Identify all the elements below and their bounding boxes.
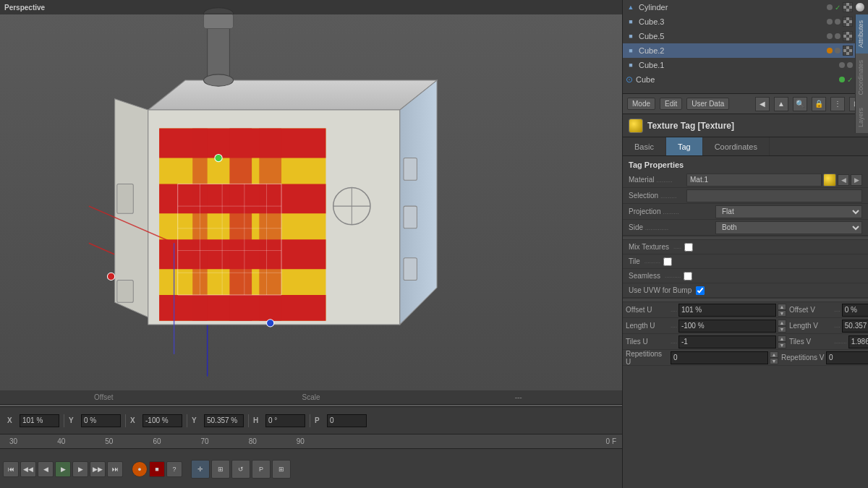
repetitions-u-input[interactable] xyxy=(671,351,768,364)
length-u-down[interactable]: ▼ xyxy=(778,326,786,333)
length-u-input[interactable] xyxy=(678,320,776,333)
help-btn[interactable]: ? xyxy=(166,461,182,477)
object-item-cube5[interactable]: ■ Cube.5 xyxy=(623,29,868,43)
texture-tag-header: Texture Tag [Texture] xyxy=(623,114,868,137)
grid-btn[interactable]: ⊞ xyxy=(272,460,291,479)
tiles-u-col: Tiles U .... ▲ ▼ xyxy=(626,335,786,348)
offset-v-input[interactable] xyxy=(842,304,868,317)
h-input[interactable] xyxy=(265,414,305,427)
arrow-up-btn[interactable]: ▲ xyxy=(774,97,788,111)
play-btn[interactable]: ▶ xyxy=(55,461,71,477)
length-u-up[interactable]: ▲ xyxy=(778,320,786,326)
object-item-cube3[interactable]: ■ Cube.3 xyxy=(623,14,868,29)
step-fwd-btn[interactable]: ▶ xyxy=(72,461,88,477)
timeline-ruler: 30 40 50 60 70 80 90 0 F xyxy=(0,435,622,449)
seamless-check[interactable] xyxy=(684,272,692,281)
repetitions-v-input[interactable] xyxy=(826,351,868,364)
material-label: Material ......... xyxy=(629,176,686,184)
object-item-cube1[interactable]: ■ Cube.1 xyxy=(623,58,868,72)
arrow-left-btn[interactable]: ◀ xyxy=(755,97,770,111)
tile-label: Tile xyxy=(629,257,640,265)
object-item-cylinder[interactable]: ▲ Cylinder ✓ xyxy=(623,0,868,14)
layers-sidebar-tab[interactable]: Layers xyxy=(856,102,868,133)
step-back-btn[interactable]: ◀ xyxy=(38,461,54,477)
uvw-bump-check[interactable] xyxy=(696,286,705,295)
stop-btn[interactable]: ■ xyxy=(149,461,165,477)
cube5-name: Cube.5 xyxy=(639,32,664,40)
cube-check: ✓ xyxy=(847,76,853,84)
repetitions-v-col: Repetitions V ▲ ▼ xyxy=(781,351,868,364)
cube5-material xyxy=(843,31,853,41)
properties-panel: Mode Edit User Data ◀ ▲ 🔍 🔒 ⋮ ⊡ Texture … xyxy=(623,94,868,488)
material-arr-right[interactable]: ▶ xyxy=(851,174,862,186)
repetitions-uv-row: Repetitions U ▲ ▼ Repetitions V ▲ ▼ xyxy=(623,350,868,366)
vis-dot-c1 xyxy=(839,62,845,68)
cube-planet-icon: ⊙ xyxy=(626,74,633,85)
go-end-btn[interactable]: ⏭ xyxy=(107,461,123,477)
cube3-icon: ■ xyxy=(626,17,636,27)
svg-rect-31 xyxy=(117,184,134,213)
side-select[interactable]: Both Front Back xyxy=(715,221,862,234)
tag-title: Texture Tag [Texture] xyxy=(647,121,734,131)
attributes-tab[interactable]: Attributes xyxy=(856,14,868,53)
object-item-cube2[interactable]: ■ Cube.2 xyxy=(623,43,868,58)
ruler-marks: 30 40 50 60 70 80 90 xyxy=(9,437,305,445)
projection-value: Flat Cubic Spherical Cylindrical UVW Map… xyxy=(715,205,862,218)
tab-basic[interactable]: Basic xyxy=(623,137,666,155)
edit-btn[interactable]: Edit xyxy=(660,98,682,110)
scale-tool-btn[interactable]: ⊞ xyxy=(211,460,230,479)
y-input[interactable] xyxy=(81,414,121,427)
mix-textures-label: Mix Textures xyxy=(629,243,669,251)
selection-input[interactable] xyxy=(686,189,862,202)
vis-dot-c5 xyxy=(827,33,833,39)
main-layout: Perspective Offset Scale --- X Y X Y xyxy=(0,0,868,488)
tiles-v-input[interactable] xyxy=(848,335,868,348)
rotate-tool-btn[interactable]: ↺ xyxy=(231,460,250,479)
go-start-btn[interactable]: ⏮ xyxy=(3,461,19,477)
cylinder-visibility: ✓ xyxy=(827,2,865,12)
svg-point-27 xyxy=(267,320,274,327)
mix-textures-check[interactable] xyxy=(684,243,693,252)
offset-u-input[interactable] xyxy=(678,304,776,317)
x2-input[interactable] xyxy=(142,414,182,427)
offset-u-down[interactable]: ▼ xyxy=(778,310,786,317)
prev-frame-btn[interactable]: ◀◀ xyxy=(20,461,36,477)
cube3-material xyxy=(843,17,853,27)
object-item-cube[interactable]: ⊙ Cube ✓ xyxy=(623,72,868,87)
material-arr-left[interactable]: ◀ xyxy=(838,174,849,186)
offset-col-header: Offset xyxy=(0,393,208,401)
y2-input[interactable] xyxy=(204,414,244,427)
length-u-spin: ▲ ▼ xyxy=(778,320,786,333)
tab-tag[interactable]: Tag xyxy=(666,137,703,155)
lock-btn[interactable]: 🔒 xyxy=(812,97,826,111)
tiles-u-input[interactable] xyxy=(678,335,776,348)
tiles-u-up[interactable]: ▲ xyxy=(778,335,786,342)
more-btn[interactable]: ⋮ xyxy=(830,97,845,111)
search-btn[interactable]: 🔍 xyxy=(793,97,807,111)
p-input[interactable] xyxy=(327,414,367,427)
marker-50: 50 xyxy=(105,437,113,445)
x-input[interactable] xyxy=(20,414,59,427)
move-tool-btn[interactable]: ✛ xyxy=(191,460,210,479)
repetitions-u-down[interactable]: ▼ xyxy=(770,358,778,364)
select-tool-btn[interactable]: P xyxy=(252,460,271,479)
length-v-input[interactable] xyxy=(842,320,868,333)
record-btn[interactable]: ● xyxy=(132,461,148,477)
section-title: Tag Properties xyxy=(623,156,868,172)
material-input[interactable] xyxy=(686,174,822,187)
next-frame-btn[interactable]: ▶▶ xyxy=(90,461,106,477)
tiles-u-down[interactable]: ▼ xyxy=(778,342,786,348)
projection-select[interactable]: Flat Cubic Spherical Cylindrical UVW Map… xyxy=(715,205,862,218)
coordinates-sidebar-tab[interactable]: Coordinates xyxy=(856,54,868,101)
length-u-label: Length U xyxy=(626,322,669,330)
tab-coordinates[interactable]: Coordinates xyxy=(703,137,770,155)
offset-u-up[interactable]: ▲ xyxy=(778,304,786,310)
mix-dots: ..... xyxy=(673,244,681,250)
x-coord-section: X xyxy=(3,414,64,427)
user-data-btn[interactable]: User Data xyxy=(686,98,729,110)
repetitions-u-up[interactable]: ▲ xyxy=(770,351,778,358)
mode-btn[interactable]: Mode xyxy=(627,98,655,110)
tile-check[interactable] xyxy=(663,257,672,266)
material-preview-btn[interactable] xyxy=(823,174,836,187)
offset-v-label: Offset V xyxy=(789,306,833,314)
